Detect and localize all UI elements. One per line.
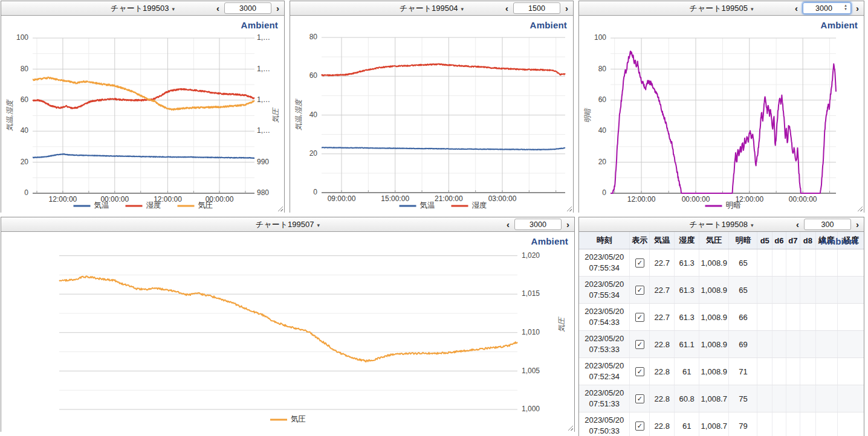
next-page-button[interactable]: › <box>853 219 861 231</box>
svg-text:1,020: 1,020 <box>522 251 540 260</box>
row-visible-checkbox[interactable]: ✓ <box>635 340 644 349</box>
svg-text:1,…: 1,… <box>257 95 270 104</box>
empty-cell <box>786 412 800 436</box>
column-header-6: 明暗 <box>729 232 757 249</box>
table-row: 2023/05/2007:51:33✓22.860.81,008.775 <box>579 385 864 412</box>
svg-text:1,…: 1,… <box>257 65 270 73</box>
svg-text:気圧: 気圧 <box>291 415 306 423</box>
value-cell: 1,008.9 <box>699 249 729 277</box>
svg-text:0: 0 <box>602 188 606 197</box>
svg-text:0: 0 <box>24 188 28 197</box>
svg-text:40: 40 <box>309 111 318 119</box>
value-cell: 75 <box>729 385 757 412</box>
value-cell: 66 <box>729 304 757 331</box>
prev-page-button[interactable]: ‹ <box>504 219 512 231</box>
number-spinner-icon[interactable]: ▲▼ <box>844 3 849 12</box>
panel-header: チャート199504▾ ‹ › <box>290 1 573 16</box>
timestamp-cell: 2023/05/2007:55:34 <box>579 252 629 273</box>
value-cell: 61.3 <box>675 277 699 304</box>
svg-text:20: 20 <box>598 158 607 166</box>
value-cell: 65 <box>729 277 757 304</box>
svg-text:80: 80 <box>309 33 318 41</box>
svg-text:40: 40 <box>21 126 29 135</box>
next-page-button[interactable]: › <box>274 2 282 14</box>
next-page-button[interactable]: › <box>563 2 571 14</box>
row-visible-checkbox[interactable]: ✓ <box>635 313 644 322</box>
value-cell: 61 <box>675 358 699 385</box>
empty-cell <box>815 304 837 331</box>
empty-cell <box>772 358 786 385</box>
row-visible-checkbox[interactable]: ✓ <box>635 367 644 376</box>
value-cell: 22.8 <box>650 331 675 358</box>
value-cell: 1,008.9 <box>699 277 729 304</box>
row-visible-checkbox[interactable]: ✓ <box>635 394 644 403</box>
svg-text:気圧: 気圧 <box>271 107 280 123</box>
svg-text:990: 990 <box>257 158 269 166</box>
empty-cell <box>837 385 864 412</box>
empty-cell <box>815 249 837 277</box>
table-panel-199508: チャート199508▾ ‹ › Ambient 時刻表示気温湿度気圧明暗d5d6… <box>578 217 864 436</box>
prev-page-button[interactable]: ‹ <box>794 219 802 231</box>
svg-text:100: 100 <box>16 33 28 42</box>
column-header-11: 緯度 <box>815 232 837 249</box>
svg-text:湿度: 湿度 <box>146 201 161 210</box>
empty-cell <box>757 385 772 412</box>
row-visible-checkbox[interactable]: ✓ <box>635 286 644 295</box>
svg-text:40: 40 <box>598 126 607 135</box>
svg-text:00:00:00: 00:00:00 <box>789 195 817 204</box>
svg-text:60: 60 <box>21 95 29 104</box>
chevron-down-icon: ▾ <box>461 6 464 12</box>
svg-text:1,…: 1,… <box>257 33 270 42</box>
line-chart-199507: 1,0001,0051,0101,0151,020気圧気圧 <box>1 232 574 432</box>
svg-text:気温: 気温 <box>420 201 435 210</box>
empty-cell <box>786 385 800 412</box>
sample-count-input[interactable] <box>514 219 562 230</box>
prev-page-button[interactable]: ‹ <box>503 2 511 14</box>
sample-count-input[interactable] <box>804 219 851 230</box>
empty-cell <box>786 331 800 358</box>
empty-cell <box>786 249 800 277</box>
row-visible-checkbox[interactable]: ✓ <box>635 258 644 268</box>
empty-cell <box>800 412 816 436</box>
empty-cell <box>772 249 786 277</box>
empty-cell <box>837 358 864 385</box>
empty-cell <box>815 412 837 436</box>
empty-cell <box>800 358 816 385</box>
panel-title-label: チャート199508 <box>690 220 748 229</box>
empty-cell <box>786 304 800 331</box>
prev-page-button[interactable]: ‹ <box>214 2 222 14</box>
table-row: 2023/05/2007:55:34✓22.761.31,008.965 <box>579 249 864 277</box>
svg-text:気温,湿度: 気温,湿度 <box>5 99 14 131</box>
column-header-12: 経度 <box>837 232 864 249</box>
empty-cell <box>786 358 800 385</box>
column-header-10: d8 <box>800 232 816 249</box>
svg-text:気温,湿度: 気温,湿度 <box>294 98 303 130</box>
chevron-down-icon: ▾ <box>317 222 320 228</box>
value-cell: 22.8 <box>650 385 675 412</box>
next-page-button[interactable]: › <box>564 219 572 231</box>
svg-text:1,…: 1,… <box>257 126 270 135</box>
svg-text:09:00:00: 09:00:00 <box>328 194 356 203</box>
sample-count-input[interactable] <box>224 2 271 14</box>
timestamp-cell: 2023/05/2007:51:33 <box>579 388 629 409</box>
prev-page-button[interactable]: ‹ <box>792 2 800 14</box>
table-row: 2023/05/2007:50:33✓22.8611,008.779 <box>579 412 864 436</box>
chart-panel-199507: チャート199507▾ ‹ › Ambient 1,0001,0051,0101… <box>1 217 575 432</box>
chart-title-dropdown[interactable]: チャート199507▾ <box>1 217 574 231</box>
sample-count-input[interactable] <box>513 2 560 14</box>
empty-cell <box>772 277 786 304</box>
column-header-3: 気温 <box>650 232 675 249</box>
empty-cell <box>815 277 837 304</box>
svg-text:980: 980 <box>257 188 269 197</box>
svg-text:21:00:00: 21:00:00 <box>435 194 463 203</box>
timestamp-cell: 2023/05/2007:50:33 <box>579 415 629 436</box>
next-page-button[interactable]: › <box>853 2 861 14</box>
empty-cell <box>800 385 816 412</box>
svg-text:明暗: 明暗 <box>583 108 592 123</box>
row-visible-checkbox[interactable]: ✓ <box>635 422 644 431</box>
svg-text:0: 0 <box>313 188 317 196</box>
column-header-8: d6 <box>772 232 786 249</box>
value-cell: 79 <box>729 412 757 436</box>
chart-panel-199504: チャート199504▾ ‹ › Ambient 020406080気温,湿度09… <box>290 1 574 213</box>
empty-cell <box>815 385 837 412</box>
